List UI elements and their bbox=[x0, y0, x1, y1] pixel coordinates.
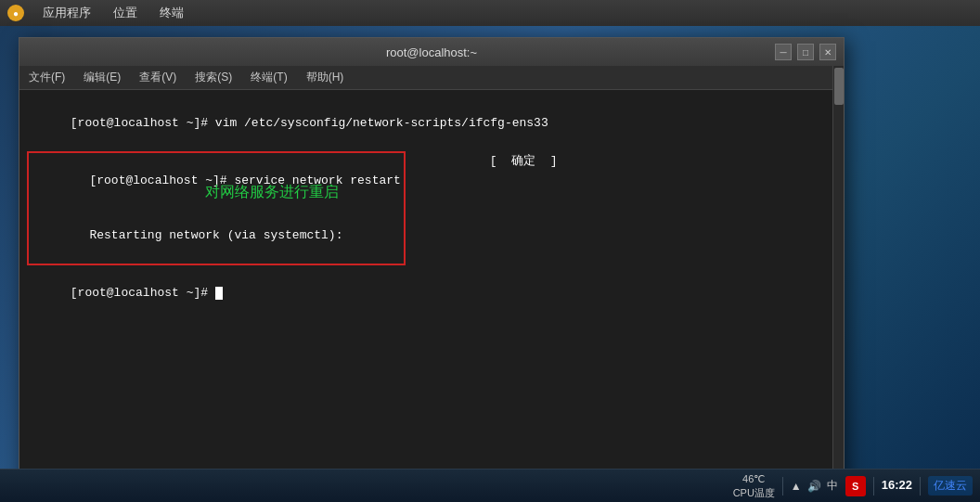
desktop-menubar: ● 应用程序 位置 终端 bbox=[0, 0, 980, 26]
volume-icon[interactable]: 🔊 bbox=[807, 480, 821, 493]
terminal-line-1: [root@localhost ~]# vim /etc/sysconfig/n… bbox=[27, 96, 836, 150]
minimize-button[interactable]: ─ bbox=[775, 44, 792, 60]
line3-text: Restarting network (via systemctl): bbox=[89, 228, 342, 242]
terminal-window: root@localhost:~ ─ □ ✕ 文件(F) 编辑(E) 查看(V)… bbox=[19, 37, 845, 492]
input-method-icon[interactable]: 中 bbox=[827, 478, 838, 494]
menu-search[interactable]: 搜索(S) bbox=[191, 68, 236, 87]
highlight-box: [root@localhost ~]# service network rest… bbox=[27, 151, 406, 265]
cpu-temp-display: 46℃ CPU温度 bbox=[733, 472, 775, 499]
taskbar-clock: 16:22 bbox=[882, 477, 912, 494]
cpu-temp-value: 46℃ bbox=[733, 472, 775, 485]
cpu-temp-label: CPU温度 bbox=[733, 486, 775, 499]
terminal-line-4: [root@localhost ~]# bbox=[27, 266, 836, 321]
menu-file[interactable]: 文件(F) bbox=[25, 68, 69, 87]
terminal-content[interactable]: [root@localhost ~]# vim /etc/sysconfig/n… bbox=[19, 90, 844, 491]
close-button[interactable]: ✕ bbox=[819, 44, 836, 60]
taskbar: 46℃ CPU温度 ▲ 🔊 中 S 16:22 亿速云 bbox=[0, 469, 980, 502]
menu-help[interactable]: 帮助(H) bbox=[303, 68, 348, 87]
annotation-text: 对网络服务进行重启 bbox=[205, 183, 339, 202]
menu-apps[interactable]: 应用程序 bbox=[39, 3, 95, 23]
confirm-dialog: [ 确定 ] bbox=[446, 138, 558, 183]
clock-time: 16:22 bbox=[882, 477, 912, 494]
scrollbar-thumb[interactable] bbox=[834, 68, 844, 105]
maximize-button[interactable]: □ bbox=[797, 44, 814, 60]
menu-terminal[interactable]: 终端 bbox=[156, 3, 187, 23]
menu-term[interactable]: 终端(T) bbox=[247, 68, 290, 87]
terminal-line-3: Restarting network (via systemctl): bbox=[32, 208, 401, 263]
arrow-up-icon[interactable]: ▲ bbox=[791, 480, 802, 493]
os-logo: ● bbox=[7, 5, 24, 21]
terminal-title: root@localhost:~ bbox=[386, 45, 477, 59]
menu-view[interactable]: 查看(V) bbox=[135, 68, 180, 87]
line4-text: [root@localhost ~]# bbox=[71, 286, 215, 300]
menu-edit[interactable]: 编辑(E) bbox=[80, 68, 124, 87]
terminal-scrollbar[interactable] bbox=[832, 66, 844, 491]
terminal-cursor bbox=[215, 287, 223, 300]
window-controls: ─ □ ✕ bbox=[775, 44, 836, 60]
brand-label[interactable]: 亿速云 bbox=[928, 476, 973, 496]
terminal-menubar: 文件(F) 编辑(E) 查看(V) 搜索(S) 终端(T) 帮助(H) bbox=[19, 66, 844, 90]
taskbar-system-icons: ▲ 🔊 中 bbox=[791, 478, 838, 494]
terminal-titlebar: root@localhost:~ ─ □ ✕ bbox=[19, 38, 844, 66]
taskbar-separator-1 bbox=[782, 477, 783, 496]
line1-text: [root@localhost ~]# vim /etc/sysconfig/n… bbox=[71, 116, 548, 130]
taskbar-separator-3 bbox=[920, 477, 921, 496]
sohu-icon[interactable]: S bbox=[845, 476, 866, 496]
taskbar-separator-2 bbox=[873, 477, 874, 496]
confirm-text: [ 确定 ] bbox=[490, 154, 558, 168]
menu-location[interactable]: 位置 bbox=[110, 3, 141, 23]
